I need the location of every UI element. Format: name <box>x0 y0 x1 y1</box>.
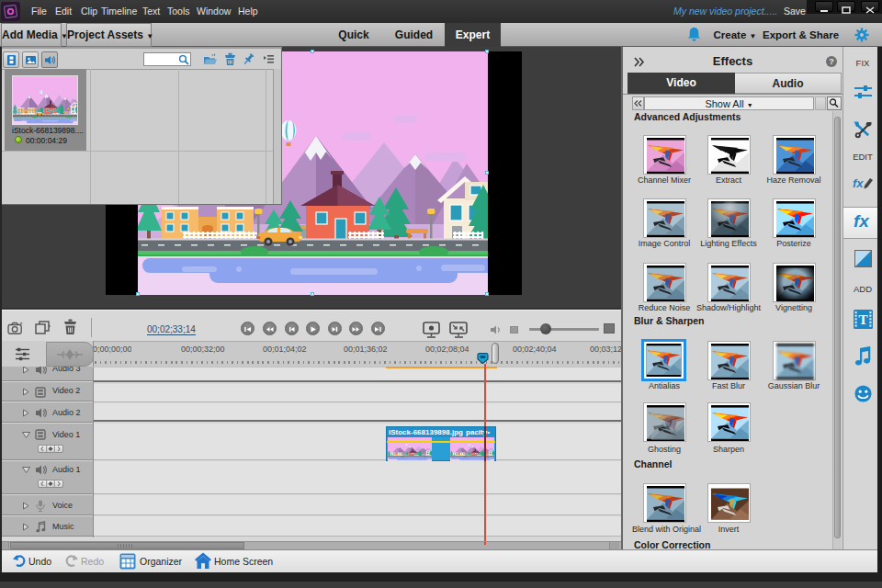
svg-text:?: ? <box>829 57 834 66</box>
svg-text:fx: fx <box>853 176 864 190</box>
svg-text:T: T <box>858 312 867 327</box>
